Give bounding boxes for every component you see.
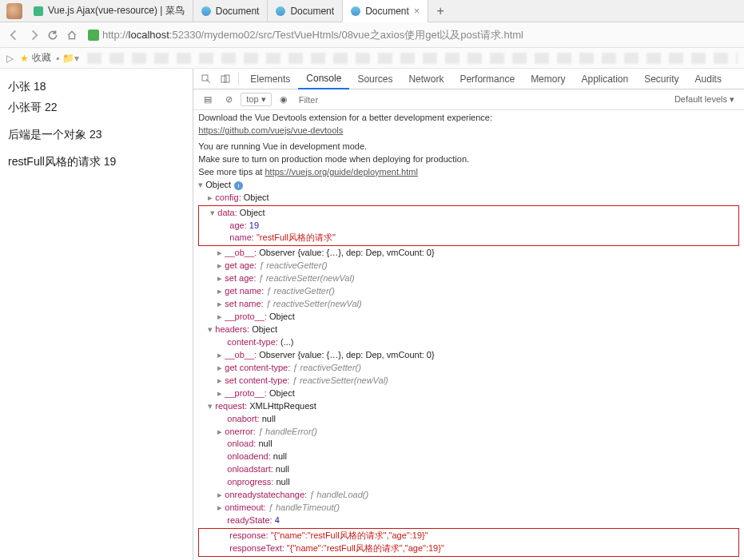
bookmarks-bar: ▷ ★ 收藏 ▪ 📁▾ <box>0 48 744 69</box>
tab-network[interactable]: Network <box>400 69 452 89</box>
page-line-4: restFull风格的请求 19 <box>8 155 185 169</box>
tab-label: Vue.js Ajax(vue-resource) | 菜鸟 <box>48 4 185 18</box>
page-line-1: 小张 18 <box>8 80 185 94</box>
browser-tab-2[interactable]: Document <box>268 0 343 22</box>
star-icon: ★ <box>20 53 29 64</box>
console-prop: readyState: 4 <box>198 514 739 527</box>
svg-rect-1 <box>221 76 226 82</box>
console-toolbar: ▤ ⊘ top ▾ ◉ Default levels ▾ <box>193 89 744 110</box>
console-prop[interactable]: set age: ƒ reactiveSetter(newVal) <box>198 272 739 285</box>
tab-elements[interactable]: Elements <box>242 69 298 89</box>
browser-tab-bar: Vue.js Ajax(vue-resource) | 菜鸟 Document … <box>0 0 744 22</box>
bullet-icon: ▷ <box>6 53 14 64</box>
console-prop[interactable]: set name: ƒ reactiveSetter(newVal) <box>198 298 739 311</box>
devtools-panel: Elements Console Sources Network Perform… <box>193 69 744 560</box>
shield-icon <box>88 30 99 41</box>
console-prop: onloadstart: null <box>198 463 739 476</box>
new-tab-button[interactable]: + <box>428 4 452 18</box>
console-prop: onload: null <box>198 438 739 451</box>
console-prop[interactable]: config: Object <box>198 192 739 205</box>
page-line-3: 后端是一个对象 23 <box>8 128 185 142</box>
console-prop: onabort: null <box>198 413 739 426</box>
console-prop: onloadend: null <box>198 451 739 463</box>
console-prop: content-type: (...) <box>198 336 739 349</box>
console-prop[interactable]: get age: ƒ reactiveGetter() <box>198 260 739 272</box>
console-output[interactable]: Download the Vue Devtools extension for … <box>193 110 744 560</box>
tab-label: Document <box>216 6 260 17</box>
console-prop[interactable]: __ob__: Observer {value: {…}, dep: Dep, … <box>198 349 739 362</box>
home-button[interactable] <box>62 26 82 45</box>
console-prop[interactable]: get name: ƒ reactiveGetter() <box>198 285 739 298</box>
globe-icon <box>351 6 360 16</box>
inspect-icon[interactable] <box>197 74 216 84</box>
vue-icon <box>34 6 43 16</box>
bookmark-folder-icon[interactable]: ▪ 📁▾ <box>56 53 79 64</box>
device-icon[interactable] <box>216 74 235 84</box>
reload-button[interactable] <box>43 26 62 45</box>
url-text: http://localhost:52330/mydemo02/src/Test… <box>102 28 523 42</box>
console-prop[interactable]: __proto__: Object <box>198 387 739 400</box>
address-bar: http://localhost:52330/mydemo02/src/Test… <box>0 22 744 48</box>
console-prop: name: "restFull风格的请求" <box>201 232 737 244</box>
console-prop[interactable]: get content-type: ƒ reactiveGetter() <box>198 362 739 375</box>
console-prop[interactable]: onreadystatechange: ƒ handleLoad() <box>198 489 739 502</box>
console-prop: onprogress: null <box>198 476 739 489</box>
object-root[interactable]: Objecti <box>198 179 739 192</box>
close-tab-icon[interactable]: × <box>414 5 420 17</box>
console-line: See more tips at https://vuejs.org/guide… <box>198 166 739 179</box>
globe-icon <box>201 6 211 16</box>
console-line: You are running Vue in development mode. <box>198 141 739 153</box>
devtools-tabs: Elements Console Sources Network Perform… <box>193 69 744 89</box>
browser-tab-3-active[interactable]: Document × <box>343 0 428 22</box>
console-prop[interactable]: ontimeout: ƒ handleTimeout() <box>198 502 739 514</box>
tab-console[interactable]: Console <box>298 69 349 89</box>
forward-button[interactable] <box>24 26 43 45</box>
console-prop[interactable]: __ob__: Observer {value: {…}, dep: Dep, … <box>198 247 739 260</box>
console-line: Download the Vue Devtools extension for … <box>198 112 739 125</box>
console-prop: age: 19 <box>201 220 737 232</box>
tab-memory[interactable]: Memory <box>523 69 573 89</box>
tab-security[interactable]: Security <box>636 69 686 89</box>
console-line: Make sure to turn on production mode whe… <box>198 153 739 166</box>
context-selector[interactable]: top ▾ <box>241 93 271 106</box>
console-prop[interactable]: data: Object <box>201 207 737 220</box>
main-area: 小张 18 小张哥 22 后端是一个对象 23 restFull风格的请求 19… <box>0 69 744 560</box>
console-prop[interactable]: headers: Object <box>198 324 739 336</box>
info-icon: i <box>234 181 243 190</box>
page-content: 小张 18 小张哥 22 后端是一个对象 23 restFull风格的请求 19 <box>0 69 193 560</box>
browser-tab-1[interactable]: Document <box>193 0 269 22</box>
console-filter-input[interactable] <box>296 93 666 106</box>
highlighted-response-box: response: "{"name":"restFull风格的请求","age"… <box>198 528 739 557</box>
sidebar-toggle-icon[interactable]: ▤ <box>198 94 217 105</box>
live-expression-icon[interactable]: ◉ <box>280 94 288 105</box>
browser-tab-0[interactable]: Vue.js Ajax(vue-resource) | 菜鸟 <box>26 0 193 22</box>
console-prop[interactable]: set content-type: ƒ reactiveSetter(newVa… <box>198 375 739 387</box>
page-line-2: 小张哥 22 <box>8 101 185 115</box>
console-prop[interactable]: request: XMLHttpRequest <box>198 400 739 413</box>
globe-icon <box>276 6 285 16</box>
tab-performance[interactable]: Performance <box>452 69 523 89</box>
tab-audits[interactable]: Audits <box>687 69 730 89</box>
url-box[interactable]: http://localhost:52330/mydemo02/src/Test… <box>88 28 739 42</box>
back-button[interactable] <box>5 26 24 45</box>
clear-console-icon[interactable]: ⊘ <box>225 94 233 105</box>
console-prop[interactable]: __proto__: Object <box>198 311 739 324</box>
log-levels-selector[interactable]: Default levels ▾ <box>674 94 739 105</box>
tab-label: Document <box>290 6 334 17</box>
blurred-bookmarks <box>87 53 738 64</box>
console-prop: response: "{"name":"restFull风格的请求","age"… <box>201 530 737 542</box>
console-line: https://github.com/vuejs/vue-devtools <box>198 125 739 137</box>
highlighted-data-box: data: Object age: 19 name: "restFull风格的请… <box>198 205 739 247</box>
tab-application[interactable]: Application <box>573 69 636 89</box>
tab-label: Document <box>365 6 409 17</box>
console-prop[interactable]: onerror: ƒ handleError() <box>198 426 739 439</box>
favorites-label[interactable]: 收藏 <box>32 51 51 65</box>
console-prop: responseText: "{"name":"restFull风格的请求","… <box>201 542 737 555</box>
profile-avatar-icon <box>6 3 22 19</box>
tab-sources[interactable]: Sources <box>349 69 400 89</box>
